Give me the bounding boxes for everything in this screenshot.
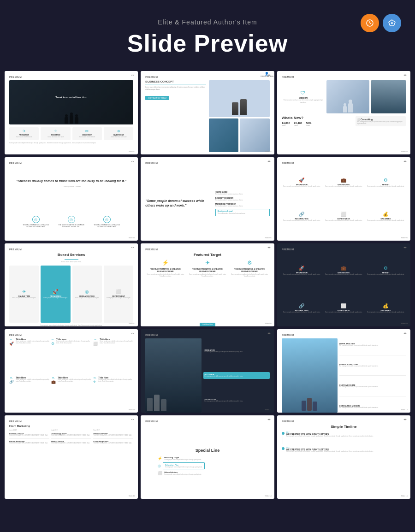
slide-4-num: Slide 04 [129,236,135,239]
slide-3-content: 🛡 Support This innovative work you can d… [282,80,406,154]
slide-7: PREMIUM ◀ ▶ Boxed Services Some short de… [5,243,138,327]
slide-15-label: PREMIUM [282,420,406,423]
slide-14-nav: ◀ ▶ [267,418,271,420]
slide-8-items: ⚡THE MULTITEMATIVE & CREATIVE BUSINESS T… [145,260,269,320]
slide-3-label: PREMIUM [282,76,406,78]
slide-13-num: Slide 13 [129,495,135,497]
slide-10-num: Slide 10 [129,408,135,411]
slide-11-items: RESEARCHFor management skills you can pr… [203,338,270,413]
slide-14: PREMIUM ◀ ▶ Special Line ⚡ Marketing Tar… [141,415,274,499]
slide-1-text: Some people use multiple technologies th… [9,142,133,144]
slide-6-nav: ◀ ▶ [403,160,407,162]
header-subtitle: Elite & Featured Author's Item [9,18,406,26]
slide-7-content: Boxed Services Some short description he… [9,253,133,327]
slide-8-title: Featured Target [145,253,269,257]
slide-5-content: "Some people dream of success while othe… [145,166,269,241]
slide-13-cols: June 2017 Fashion ConcertTHE MULTITEMATI… [9,429,133,446]
slide-4-label: PREMIUM [9,162,133,165]
slide-2-label: PREMIUM [145,76,269,78]
slide-14-title: Special Line [196,448,220,453]
slide-3-nav: ◀ ▶ [403,74,407,76]
slide-12-items: WORK ANALYSISFor management skills you p… [339,338,406,413]
slide-14-content: Special Line ⚡ Marketing Target Some peo… [145,425,269,499]
slide-6-num: Slide 06 [401,236,408,239]
slide-15-title: Simple Timline [282,425,406,429]
slide-1: PREMIUM ◀ ▶ Trust in special function ✈P… [5,71,138,154]
slide-7-boxes: ✈ONLINE TIMESome people use multiple tec… [9,266,133,323]
slide-13-label: PREMIUM [9,420,133,423]
header-icons [361,14,401,32]
slide-10-nav: ◀ ▶ [131,332,134,334]
slide-15-items: 2017 WE CREATED SITE WITH FUNNY LETTERS … [282,432,406,453]
slide-3: PREMIUM ◀ ▶ 🛡 Support This innovative wo… [277,71,410,154]
slide-3-support: 🛡 Support This innovative work you can d… [282,80,325,113]
slide-15-nav: ◀ ▶ [403,418,407,420]
slide-7-subtitle: Some short description here. [9,261,133,263]
slide-15-content: Simple Timline 2017 WE CREATED SITE WITH… [282,425,406,499]
slide-7-title: Boxed Services [9,253,133,257]
slide-5: PREMIUM ◀ ▶ "Some people dream of succes… [141,157,274,241]
slide-13-title: From Marketing [9,425,133,427]
slide-7-nav: ◀ ▶ [131,246,134,248]
slide-14-label: PREMIUM [145,420,269,423]
slide-4-author: — Henry David Thoreau [12,185,130,188]
slide-11: PREMIUM ◀ ▶ RESEARCHFor management skill… [141,329,274,413]
page-header: Elite & Featured Author's Item Slide Pre… [0,0,415,71]
slide-12-content: WORK ANALYSISFor management skills you p… [282,338,406,413]
slide-10-label: PREMIUM [9,334,133,337]
author-badge-blue [383,14,401,32]
slide-2-img-top: 👤 CONSULTANT IDEA [209,80,270,117]
slide-12-photo [282,338,338,413]
slide-8-content: Featured Target ⚡THE MULTITEMATIVE & CRE… [145,253,269,327]
slide-8-label: PREMIUM [145,248,269,251]
author-badge-orange [361,14,379,32]
slide-2-num: Slide 02 [265,150,271,153]
slide-8: PREMIUM ◀ ▶ Featured Target ⚡THE MULTITE… [141,243,274,327]
slide-9: PREMIUM ◀ ▶ 🚀PROMOTIONSome people use mu… [277,243,410,327]
slide-11-nav: ◀ ▶ [267,332,271,334]
svg-line-2 [370,23,371,24]
slide-9-num: Slide 09 [401,322,408,325]
slide-11-label: PREMIUM [145,334,269,337]
slide-11-photo [145,338,201,413]
slide-1-title: Trust in special function [9,96,133,99]
slide-4-content: "Success usually comes to those who are … [9,166,133,241]
slide-3-num: Slide 03 [401,150,408,153]
slide-6: PREMIUM ◀ ▶ 🚀PROMOTIONSome people use mu… [277,157,410,241]
slide-11-num: Slide 11 [265,408,271,411]
slide-7-bottom-text: Some people use multiple technologies th… [9,325,133,326]
slide-1-icons: ✈PROMOTIONSome short text here brief ☆IN… [9,127,133,140]
svg-point-4 [391,22,393,24]
slide-9-nav: ◀ ▶ [403,246,407,248]
slide-2-btn: CONTACT US TODAY [145,96,169,100]
slide-2-content: BUSINESS CONCEPT Lorem ipsum dolor sit a… [145,80,269,154]
slide-3-img-far [371,80,406,113]
slide-15: PREMIUM ◀ ▶ Simple Timline 2017 WE CREAT… [277,415,410,499]
slides-grid: PREMIUM ◀ ▶ Trust in special function ✈P… [0,71,415,508]
slide-2: PREMIUM ◀ ▶ BUSINESS CONCEPT Lorem ipsum… [141,71,274,154]
slide-15-num: Slide 15 [401,495,408,497]
slide-8-num: Slide 08 [265,322,271,325]
header-title: Slide Preview [9,30,406,57]
slide-7-label: PREMIUM [9,248,133,251]
slide-3-whats: Whats New? 14,800Lorem 23,400Lorem 50%Lo… [282,116,352,126]
slide-6-label: PREMIUM [282,162,406,165]
slide-12-label: PREMIUM [282,334,406,337]
slide-12-nav: ◀ ▶ [403,332,407,334]
slide-2-section-title: BUSINESS CONCEPT [145,80,206,84]
slide-4-icons: ◎ THE MULTITEMATIVE & CREATIVEBUSINESS T… [23,216,120,228]
slide-8-nav: ◀ ▶ [267,246,271,248]
slide-13: PREMIUM ◀ ▶ From Marketing June 2017 Fas… [5,415,138,499]
slide-14-items: ⚡ Marketing Target Some people use multi… [158,456,257,475]
slide-5-label: PREMIUM [145,162,269,165]
slide-3-img-right [326,80,369,113]
slide-11-content: RESEARCHFor management skills you can pr… [145,338,269,413]
slide-10: PREMIUM ◀ ▶ 01.🚀Tittle HereSome people u… [5,329,138,413]
slide-9-content: 🚀PROMOTIONSome people use multiple techn… [282,253,406,327]
slide-9-label: PREMIUM [282,248,406,251]
slide-8-btn: Get More Now [200,323,216,326]
slide-13-nav: ◀ ▶ [131,418,134,420]
slide-3-consulting: ⬜ Consulting For management skills you p… [356,116,406,126]
slide-5-items: Traffic Good The multitemative & creativ… [215,166,270,241]
slide-4-nav: ◀ ▶ [131,160,134,162]
